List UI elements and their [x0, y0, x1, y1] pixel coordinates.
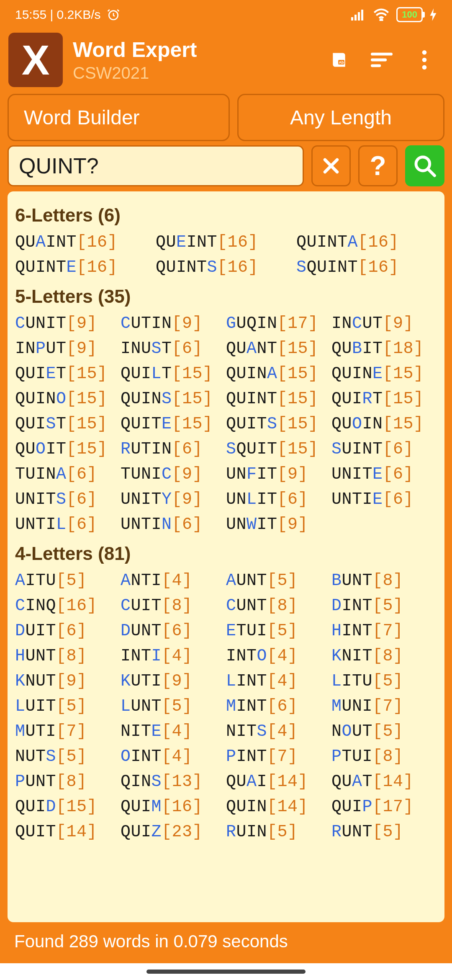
word-entry[interactable]: ETUI[5]	[226, 619, 331, 644]
word-entry[interactable]: MUNI[7]	[331, 694, 437, 719]
home-indicator-icon[interactable]	[146, 970, 306, 974]
word-entry[interactable]: INPUT[9]	[15, 336, 121, 361]
clear-button[interactable]	[311, 145, 351, 186]
word-entry[interactable]: QUOIN[15]	[331, 412, 437, 437]
mode-selector[interactable]: Word Builder	[8, 94, 230, 141]
word-entry[interactable]: DUNT[6]	[121, 619, 226, 644]
length-selector[interactable]: Any Length	[237, 94, 444, 141]
word-entry[interactable]: QUIT[14]	[15, 820, 121, 845]
dictionary-icon[interactable]: Ab	[328, 49, 350, 71]
sort-icon[interactable]	[371, 49, 393, 71]
word-entry[interactable]: QUINA[15]	[226, 361, 331, 387]
word-entry[interactable]: KUTI[9]	[121, 669, 226, 694]
search-input[interactable]	[8, 145, 304, 186]
word-entry[interactable]: NOUT[5]	[331, 719, 437, 744]
word-entry[interactable]: MINT[6]	[226, 694, 331, 719]
word-entry[interactable]: QUINS[15]	[121, 387, 226, 412]
word-entry[interactable]: RUIN[5]	[226, 820, 331, 845]
svg-rect-1	[351, 17, 353, 21]
word-entry[interactable]: QINS[13]	[121, 769, 226, 794]
word-entry[interactable]: ANTI[4]	[121, 568, 226, 593]
word-entry[interactable]: PUNT[8]	[15, 769, 121, 794]
word-entry[interactable]: QUITE[15]	[121, 412, 226, 437]
word-entry[interactable]: KNUT[9]	[15, 669, 121, 694]
word-entry[interactable]: LITU[5]	[331, 669, 437, 694]
word-entry[interactable]: UNTIL[6]	[15, 512, 121, 537]
word-entry[interactable]: BUNT[8]	[331, 568, 437, 593]
word-entry[interactable]: QUIN[14]	[226, 794, 331, 820]
word-entry[interactable]: SQUIT[15]	[226, 437, 331, 462]
results-panel[interactable]: 6-Letters (6)QUAINT[16]QUEINT[16]QUINTA[…	[8, 191, 444, 922]
word-entry[interactable]: INTI[4]	[121, 644, 226, 669]
word-entry[interactable]: QUITS[15]	[226, 412, 331, 437]
word-entry[interactable]: CINQ[16]	[15, 593, 121, 619]
word-entry[interactable]: QUIET[15]	[15, 361, 121, 387]
word-entry[interactable]: QUBIT[18]	[331, 336, 437, 361]
word-entry[interactable]: QUIP[17]	[331, 794, 437, 820]
word-entry[interactable]: UNITE[6]	[331, 462, 437, 487]
word-entry[interactable]: QUINTE[16]	[15, 255, 156, 280]
word-entry[interactable]: QUINT[15]	[226, 387, 331, 412]
word-entry[interactable]: NUTS[5]	[15, 744, 121, 769]
word-entry[interactable]: AITU[5]	[15, 568, 121, 593]
word-entry[interactable]: MUTI[7]	[15, 719, 121, 744]
app-logo-icon[interactable]: X	[8, 33, 63, 87]
word-entry[interactable]: UNTIN[6]	[121, 512, 226, 537]
word-entry[interactable]: KNIT[8]	[331, 644, 437, 669]
word-entry[interactable]: QUINTA[16]	[296, 230, 437, 255]
word-entry[interactable]: QUAINT[16]	[15, 230, 156, 255]
word-entry[interactable]: CUIT[8]	[121, 593, 226, 619]
word-entry[interactable]: LUIT[5]	[15, 694, 121, 719]
word-entry[interactable]: SUINT[6]	[331, 437, 437, 462]
word-entry[interactable]: LUNT[5]	[121, 694, 226, 719]
word-entry[interactable]: QUIST[15]	[15, 412, 121, 437]
word-entry[interactable]: CUNIT[9]	[15, 311, 121, 336]
word-entry[interactable]: QUIM[16]	[121, 794, 226, 820]
word-entry[interactable]: RUNT[5]	[331, 820, 437, 845]
word-entry[interactable]: UNTIE[6]	[331, 487, 437, 512]
word-entry[interactable]: PINT[7]	[226, 744, 331, 769]
word-entry[interactable]: HUNT[8]	[15, 644, 121, 669]
word-entry[interactable]: INTO[4]	[226, 644, 331, 669]
word-entry[interactable]: QUID[15]	[15, 794, 121, 820]
word-entry[interactable]: QUINTS[16]	[156, 255, 296, 280]
help-button[interactable]: ?	[358, 145, 398, 186]
word-entry[interactable]: NITS[4]	[226, 719, 331, 744]
word-entry[interactable]: PTUI[8]	[331, 744, 437, 769]
word-entry[interactable]: OINT[4]	[121, 744, 226, 769]
word-entry[interactable]: INCUT[9]	[331, 311, 437, 336]
search-button[interactable]	[405, 145, 444, 186]
dictionary-label[interactable]: CSW2021	[73, 64, 318, 83]
word-entry[interactable]: TUINA[6]	[15, 462, 121, 487]
word-entry[interactable]: UNITS[6]	[15, 487, 121, 512]
word-entry[interactable]: QUIRT[15]	[331, 387, 437, 412]
word-entry[interactable]: AUNT[5]	[226, 568, 331, 593]
word-entry[interactable]: NITE[4]	[121, 719, 226, 744]
word-entry[interactable]: CUTIN[9]	[121, 311, 226, 336]
word-entry[interactable]: QUINE[15]	[331, 361, 437, 387]
word-entry[interactable]: DUIT[6]	[15, 619, 121, 644]
word-entry[interactable]: QUIZ[23]	[121, 820, 226, 845]
word-entry[interactable]: LINT[4]	[226, 669, 331, 694]
word-entry[interactable]: QUAT[14]	[331, 769, 437, 794]
word-entry[interactable]: QUINO[15]	[15, 387, 121, 412]
word-entry[interactable]: CUNT[8]	[226, 593, 331, 619]
word-entry[interactable]: QUAI[14]	[226, 769, 331, 794]
word-entry[interactable]: DINT[5]	[331, 593, 437, 619]
word-entry[interactable]: QUOIT[15]	[15, 437, 121, 462]
word-entry[interactable]: HINT[7]	[331, 619, 437, 644]
word-entry[interactable]: QUILT[15]	[121, 361, 226, 387]
word-entry[interactable]: QUANT[15]	[226, 336, 331, 361]
word-entry[interactable]: INUST[6]	[121, 336, 226, 361]
word-entry[interactable]: UNFIT[9]	[226, 462, 331, 487]
word-entry[interactable]: TUNIC[9]	[121, 462, 226, 487]
word-entry[interactable]: RUTIN[6]	[121, 437, 226, 462]
word-entry[interactable]: UNLIT[6]	[226, 487, 331, 512]
svg-point-12	[422, 58, 427, 62]
word-entry[interactable]: GUQIN[17]	[226, 311, 331, 336]
word-entry[interactable]: QUEINT[16]	[156, 230, 296, 255]
overflow-menu-icon[interactable]	[413, 49, 435, 71]
word-entry[interactable]: UNITY[9]	[121, 487, 226, 512]
word-entry[interactable]: SQUINT[16]	[296, 255, 437, 280]
word-entry[interactable]: UNWIT[9]	[226, 512, 331, 537]
